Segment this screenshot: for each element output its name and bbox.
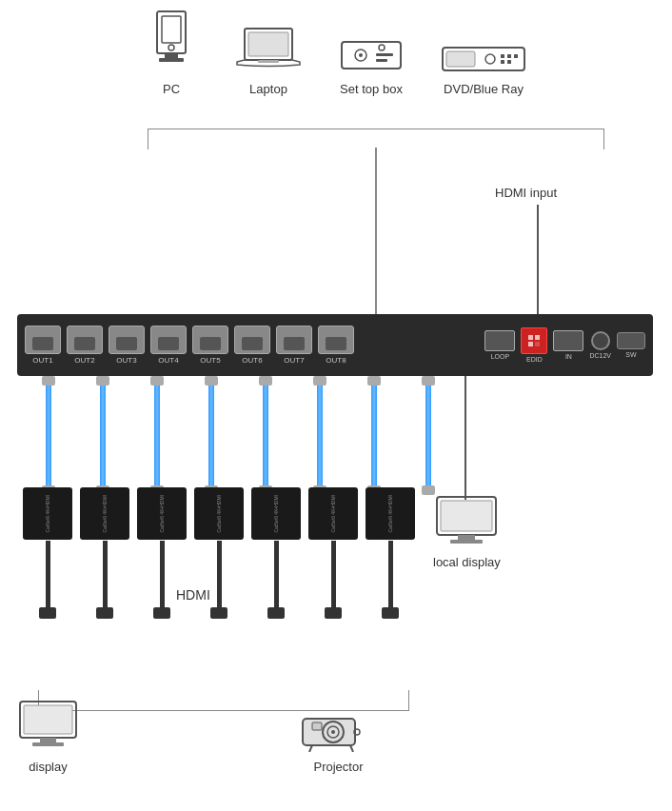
receiver-3-text: Cat5e/6 4K•HDMI: [159, 495, 165, 533]
cable-blue-2: [100, 386, 106, 485]
svg-rect-7: [258, 60, 279, 63]
receiver-7: Cat5e/6 4K•HDMI: [366, 487, 415, 540]
receivers-row: Cat5e/6 4K•HDMI Cat5e/6 4K•HDMI Cat5e/6 …: [21, 487, 417, 540]
dvd-icon: [441, 42, 526, 76]
sw-label: SW: [625, 351, 636, 358]
loop-label: LOOP: [491, 353, 509, 360]
receiver-2-text: Cat5e/6 4K•HDMI: [102, 495, 108, 533]
connector-top-6: [313, 376, 326, 386]
port-out8-label: OUT8: [326, 356, 346, 365]
laptop-icon: [235, 24, 302, 76]
switch-unit: OUT1 OUT2 OUT3 OUT4 OUT5 OUT6 OUT7 OUT8: [17, 314, 653, 376]
dc-port: [591, 331, 610, 350]
rj45-out6: [234, 326, 270, 354]
receiver-1: Cat5e/6 4K•HDMI: [23, 487, 72, 540]
svg-rect-1: [162, 16, 181, 43]
hdmi-cable-7: [366, 541, 415, 619]
connector-top-1: [42, 376, 55, 386]
port-out6: OUT6: [234, 326, 270, 365]
hdmi-cable-connector-1: [39, 607, 56, 619]
rj45-out4: [150, 326, 187, 354]
port-out3-label: OUT3: [116, 356, 136, 365]
port-out4: OUT4: [150, 326, 187, 365]
svg-rect-17: [501, 54, 504, 58]
hdmi-cable-2: [80, 541, 129, 619]
laptop-label: Laptop: [249, 82, 287, 96]
receiver-5: Cat5e/6 4K•HDMI: [251, 487, 301, 540]
hdmi-cable-line-1: [46, 541, 50, 607]
projector-device: Projector: [298, 700, 379, 774]
settopbox-device: Set top box: [340, 34, 403, 96]
in-port-section: IN: [553, 330, 583, 360]
svg-line-41: [350, 745, 353, 752]
svg-rect-25: [535, 342, 540, 346]
source-vertical-line: [375, 148, 377, 317]
port-out2-label: OUT2: [74, 356, 94, 365]
loop-port-section: LOOP: [484, 330, 515, 360]
hdmi-cable-connector-2: [96, 607, 113, 619]
hdmi-cable-3: [137, 541, 187, 619]
hdmi-cable-6: [308, 541, 358, 619]
dc-label: DC12V: [589, 352, 611, 359]
svg-rect-3: [165, 53, 178, 58]
svg-rect-24: [528, 342, 533, 346]
hdmi-cable-line-2: [103, 541, 108, 607]
edid-port-section: EDID: [521, 327, 547, 363]
receiver-6-text: Cat5e/6 4K•HDMI: [330, 495, 336, 533]
local-display-line: [464, 376, 466, 500]
projector-label: Projector: [313, 760, 363, 774]
svg-rect-12: [376, 53, 393, 56]
cable-4: [184, 376, 238, 495]
svg-rect-23: [535, 335, 540, 340]
connector-top-3: [150, 376, 164, 386]
rj45-out3: [109, 326, 145, 354]
cable-5: [238, 376, 292, 495]
port-out3: OUT3: [109, 326, 145, 365]
source-bracket-line: [148, 129, 604, 149]
connector-bottom-8: [422, 485, 435, 495]
in-port: [553, 330, 583, 351]
rj45-out1: [25, 326, 61, 354]
cable-blue-6: [317, 386, 323, 485]
port-out5: OUT5: [192, 326, 228, 365]
pc-label: PC: [163, 82, 180, 96]
connector-top-5: [259, 376, 272, 386]
hdmi-cable-line-6: [331, 541, 336, 607]
hdmi-cable-line-7: [388, 541, 393, 607]
cables-row: [21, 376, 455, 495]
svg-rect-20: [501, 60, 504, 64]
local-display-label: local display: [433, 555, 501, 569]
port-out1: OUT1: [25, 326, 61, 365]
receiver-7-text: Cat5e/6 4K•HDMI: [387, 495, 393, 533]
receiver-4-text: Cat5e/6 4K•HDMI: [216, 495, 222, 533]
display-label: display: [29, 760, 67, 774]
hdmi-cable-line-4: [217, 541, 222, 607]
port-out8: OUT8: [318, 326, 354, 365]
sw-button: [617, 332, 645, 349]
in-label: IN: [565, 353, 572, 360]
connector-top-2: [96, 376, 109, 386]
hdmi-cable-5: [251, 541, 301, 619]
svg-rect-22: [528, 335, 533, 340]
local-display: local display: [433, 495, 501, 569]
svg-rect-4: [159, 58, 184, 62]
cable-3: [129, 376, 184, 495]
display-device: display: [17, 700, 79, 774]
cable-blue-8: [425, 386, 431, 485]
port-out7: OUT7: [276, 326, 312, 365]
hdmi-input-line: [537, 205, 539, 319]
svg-rect-15: [446, 51, 475, 67]
cable-2: [75, 376, 129, 495]
dvd-label: DVD/Blue Ray: [444, 82, 524, 96]
cable-1: [21, 376, 75, 495]
cable-blue-3: [154, 386, 160, 485]
sw-port-section: SW: [617, 332, 645, 358]
cable-blue-7: [371, 386, 377, 485]
svg-point-11: [379, 45, 385, 50]
right-ports-group: LOOP EDID IN DC12V SW: [484, 327, 645, 363]
pc-icon: [146, 10, 197, 76]
svg-rect-27: [441, 501, 492, 531]
svg-rect-33: [32, 742, 64, 746]
svg-rect-38: [312, 722, 322, 730]
hdmi-cables-row: [21, 541, 417, 619]
